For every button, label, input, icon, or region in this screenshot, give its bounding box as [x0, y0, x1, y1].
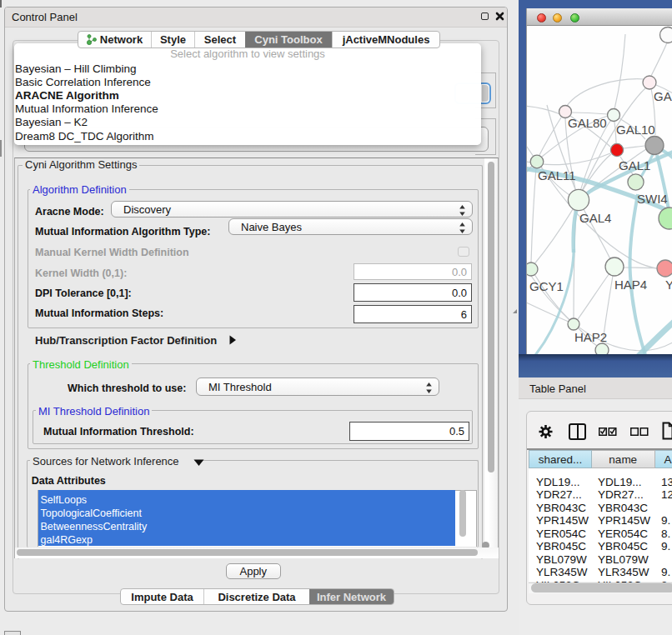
svg-text:GAL: GAL	[654, 89, 672, 103]
svg-text:GAL4: GAL4	[579, 211, 611, 225]
svg-text:GAL1: GAL1	[619, 158, 650, 172]
svg-text:GAL11: GAL11	[538, 168, 576, 182]
svg-text:GCY1: GCY1	[529, 279, 564, 293]
svg-text:Y: Y	[665, 278, 672, 292]
svg-text:GAL80: GAL80	[568, 116, 607, 130]
svg-text:HAP2: HAP2	[574, 330, 607, 344]
svg-text:GAL10: GAL10	[616, 122, 655, 137]
svg-text:HAP4: HAP4	[614, 278, 647, 292]
svg-text:SWI4: SWI4	[637, 192, 668, 206]
